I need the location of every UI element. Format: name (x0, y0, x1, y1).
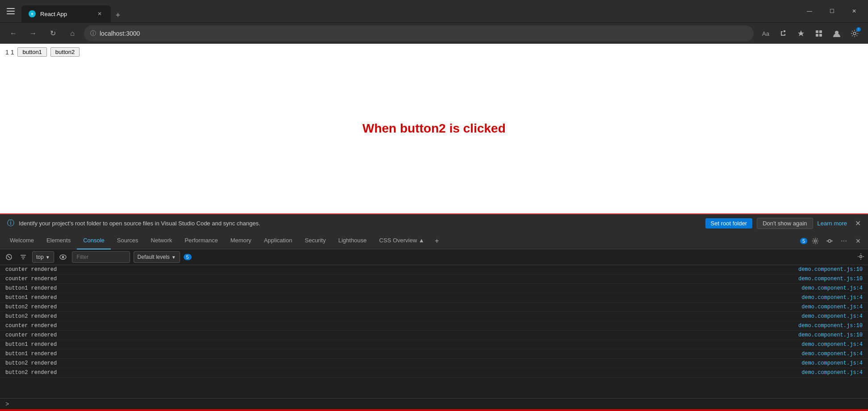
log-source-link[interactable]: demo.component.js:4 (801, 285, 863, 291)
clear-console-button[interactable] (4, 252, 14, 262)
tab-application[interactable]: Application (258, 232, 299, 249)
log-text: button1 rendered (5, 295, 57, 301)
set-root-folder-button[interactable]: Set root folder (705, 218, 753, 228)
devtools-dock-button[interactable] (823, 235, 836, 247)
address-input[interactable] (100, 30, 747, 37)
log-source-link[interactable]: demo.component.js:4 (801, 304, 863, 310)
toolbar-icons: Aa ! (757, 25, 863, 42)
settings-icon[interactable]: ! (847, 25, 863, 42)
console-input[interactable] (13, 401, 863, 407)
tab-console[interactable]: Console (77, 232, 111, 249)
log-source-link[interactable]: demo.component.js:4 (801, 313, 863, 320)
home-button[interactable]: ⌂ (64, 25, 80, 42)
devtools-settings-button[interactable] (809, 235, 822, 247)
log-text: counter rendered (5, 323, 57, 329)
devtools-panel: ⓘ Identify your project's root folder to… (0, 213, 868, 409)
svg-rect-6 (816, 30, 818, 33)
browser-tab[interactable]: R React App ✕ (21, 5, 111, 22)
log-source-link[interactable]: demo.component.js:10 (798, 276, 863, 282)
log-source-link[interactable]: demo.component.js:4 (801, 341, 863, 348)
tab-welcome[interactable]: Welcome (4, 232, 40, 249)
learn-more-link[interactable]: Learn more (818, 220, 847, 227)
tab-memory[interactable]: Memory (224, 232, 258, 249)
log-text: button2 rendered (5, 304, 57, 310)
add-devtools-tab-button[interactable]: + (431, 235, 443, 247)
log-text: button1 rendered (5, 285, 57, 291)
log-text: counter rendered (5, 332, 57, 338)
log-row: button1 rendereddemo.component.js:4 (0, 340, 868, 349)
title-bar: R React App ✕ + — ☐ ✕ (0, 0, 868, 22)
log-row: counter rendereddemo.component.js:10 (0, 274, 868, 284)
svg-rect-1 (7, 11, 15, 12)
svg-rect-2 (7, 13, 15, 14)
frame-selector[interactable]: top ▼ (32, 251, 54, 263)
tab-sources[interactable]: Sources (111, 232, 145, 249)
frame-selector-label: top (36, 254, 44, 260)
page-content: 1 1 button1 button2 When button2 is clic… (0, 44, 868, 213)
tab-security[interactable]: Security (298, 232, 332, 249)
extensions-icon[interactable] (775, 25, 791, 42)
dont-show-again-button[interactable]: Don't show again (757, 218, 813, 229)
console-settings-button[interactable] (857, 253, 864, 262)
back-button[interactable]: ← (5, 25, 21, 42)
page-top-controls: 1 1 button1 button2 (5, 47, 863, 57)
favorites-icon[interactable] (793, 25, 809, 42)
log-text: button2 rendered (5, 369, 57, 376)
minimize-button[interactable]: — (799, 4, 820, 18)
log-row: button1 rendereddemo.component.js:4 (0, 293, 868, 303)
log-source-link[interactable]: demo.component.js:10 (798, 332, 863, 338)
tab-performance[interactable]: Performance (178, 232, 224, 249)
devtools-tabs: Welcome Elements Console Sources Network… (0, 232, 868, 249)
console-filter-input[interactable] (72, 251, 130, 263)
tab-lighthouse[interactable]: Lighthouse (332, 232, 373, 249)
notification-close-button[interactable]: ✕ (855, 219, 861, 228)
read-aloud-icon[interactable]: Aa (757, 25, 773, 42)
tab-area: R React App ✕ + (21, 0, 799, 22)
log-row: button2 rendereddemo.component.js:4 (0, 303, 868, 312)
close-button[interactable]: ✕ (844, 4, 864, 18)
profile-icon[interactable] (829, 25, 845, 42)
log-levels-chevron: ▼ (172, 255, 176, 260)
eye-button[interactable] (58, 252, 68, 262)
window-controls-right: — ☐ ✕ (799, 4, 864, 18)
log-source-link[interactable]: demo.component.js:4 (801, 295, 863, 301)
devtools-close-button[interactable]: ✕ (852, 235, 864, 247)
log-text: counter rendered (5, 266, 57, 273)
log-source-link[interactable]: demo.component.js:10 (798, 266, 863, 273)
tab-close-button[interactable]: ✕ (96, 10, 104, 18)
devtools-more-button[interactable]: ⋯ (838, 235, 850, 247)
window-controls-left (4, 4, 18, 18)
button1[interactable]: button1 (17, 47, 46, 57)
log-source-link[interactable]: demo.component.js:4 (801, 351, 863, 357)
collections-icon[interactable] (811, 25, 827, 42)
maximize-button[interactable]: ☐ (822, 4, 842, 18)
refresh-button[interactable]: ↻ (45, 25, 61, 42)
svg-rect-8 (816, 34, 818, 37)
log-source-link[interactable]: demo.component.js:10 (798, 323, 863, 329)
log-source-link[interactable]: demo.component.js:4 (801, 360, 863, 366)
log-source-link[interactable]: demo.component.js:4 (801, 369, 863, 376)
log-text: counter rendered (5, 276, 57, 282)
settings-badge: ! (856, 27, 861, 32)
log-row: counter rendereddemo.component.js:10 (0, 265, 868, 274)
info-icon: ⓘ (7, 219, 14, 228)
notification-bar: ⓘ Identify your project's root folder to… (0, 214, 868, 232)
tab-css-overview[interactable]: CSS Overview ▲ (373, 232, 431, 249)
tab-elements[interactable]: Elements (40, 232, 77, 249)
devtools-tabs-right: 5 ⋯ ✕ (800, 235, 864, 247)
forward-button[interactable]: → (25, 25, 41, 42)
filter-toggle-button[interactable] (18, 252, 29, 262)
new-tab-button[interactable]: + (111, 8, 125, 22)
console-logs: counter rendereddemo.component.js:10coun… (0, 265, 868, 398)
tab-network[interactable]: Network (145, 232, 179, 249)
log-levels-selector[interactable]: Default levels ▼ (134, 251, 180, 263)
button2[interactable]: button2 (50, 47, 80, 57)
svg-text:R: R (31, 12, 33, 16)
page-heading: When button2 is clicked (362, 121, 505, 136)
log-row: button1 rendereddemo.component.js:4 (0, 284, 868, 293)
log-text: button1 rendered (5, 341, 57, 348)
sidebar-toggle-button[interactable] (4, 4, 18, 18)
frame-selector-chevron: ▼ (46, 255, 50, 260)
address-input-wrapper[interactable]: ⓘ (84, 25, 754, 42)
log-count-badge: 5 (184, 254, 192, 260)
